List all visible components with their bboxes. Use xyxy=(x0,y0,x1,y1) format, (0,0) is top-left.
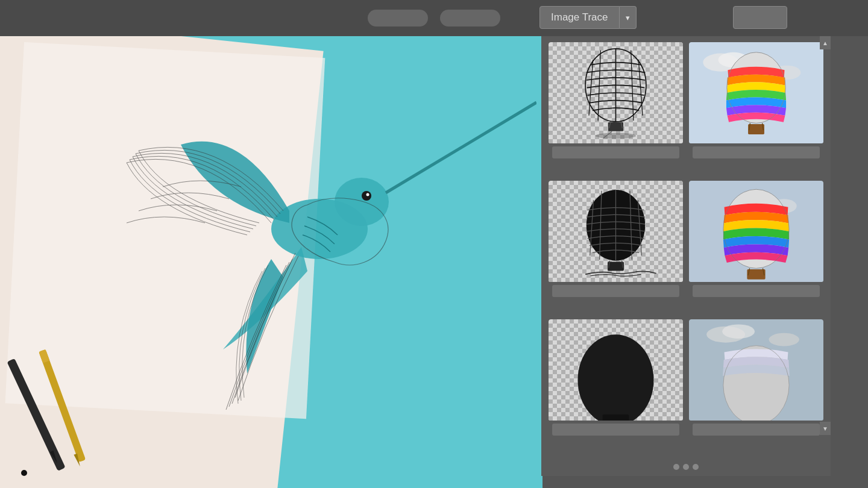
dot-1 xyxy=(673,464,679,470)
thumb-image-1 xyxy=(549,42,683,143)
thumbnail-2[interactable] xyxy=(689,42,823,175)
svg-point-1 xyxy=(335,178,389,226)
thumb-label-6 xyxy=(693,424,820,436)
thumbnail-4[interactable] xyxy=(689,181,823,313)
image-trace-button[interactable]: Image Trace xyxy=(539,6,620,29)
balloon-color-svg-2 xyxy=(689,181,823,282)
svg-point-4 xyxy=(366,193,370,196)
balloon-silhouette-svg xyxy=(549,319,683,421)
thumb-label-1 xyxy=(552,146,679,158)
scroll-down-button[interactable]: ▼ xyxy=(820,422,831,435)
svg-point-49 xyxy=(722,324,755,339)
canvas-teal-bg xyxy=(0,36,542,488)
thumb-image-5 xyxy=(549,319,683,421)
svg-rect-43 xyxy=(747,269,765,280)
svg-rect-36 xyxy=(608,261,624,271)
thumb-image-4 xyxy=(689,181,823,282)
svg-rect-5 xyxy=(7,358,65,471)
thumb-image-2 xyxy=(689,42,823,143)
image-trace-dropdown-button[interactable]: ▾ xyxy=(620,6,637,29)
dot-2 xyxy=(683,464,689,470)
balloon-color-svg-1 xyxy=(689,42,823,143)
thumb-label-5 xyxy=(552,424,679,436)
dot-3 xyxy=(693,464,699,470)
scroll-up-button[interactable]: ▲ xyxy=(820,36,831,49)
svg-point-46 xyxy=(578,334,654,421)
svg-line-2 xyxy=(386,102,536,193)
thumb-label-4 xyxy=(693,285,820,297)
thumb-label-3 xyxy=(552,285,679,297)
thumbnail-1[interactable] xyxy=(549,42,683,175)
pens-svg xyxy=(0,319,193,488)
thumbnail-5[interactable] xyxy=(549,319,683,452)
svg-point-10 xyxy=(21,470,27,476)
image-trace-panel xyxy=(541,36,831,476)
thumb-image-3 xyxy=(549,181,683,282)
svg-rect-47 xyxy=(603,414,629,421)
image-trace-right-button[interactable] xyxy=(733,6,787,29)
panel-dots xyxy=(541,458,831,476)
balloon-bw-svg-1 xyxy=(549,42,683,143)
top-toolbar: Image Trace ▾ xyxy=(0,0,868,36)
svg-point-50 xyxy=(769,333,799,346)
thumb-label-2 xyxy=(693,146,820,158)
balloon-bw-svg-2 xyxy=(549,181,683,282)
thumbnail-grid[interactable] xyxy=(541,36,831,458)
svg-rect-27 xyxy=(748,124,764,134)
svg-point-20 xyxy=(596,133,636,139)
thumb-image-6 xyxy=(689,319,823,421)
thumbnail-6[interactable] xyxy=(689,319,823,452)
thumbnail-3[interactable] xyxy=(549,181,683,313)
svg-point-3 xyxy=(362,191,371,201)
svg-rect-8 xyxy=(39,349,49,363)
balloon-partial-svg xyxy=(689,319,823,421)
toolbar-btn-2[interactable] xyxy=(440,10,500,27)
toolbar-btn-1[interactable] xyxy=(368,10,428,27)
